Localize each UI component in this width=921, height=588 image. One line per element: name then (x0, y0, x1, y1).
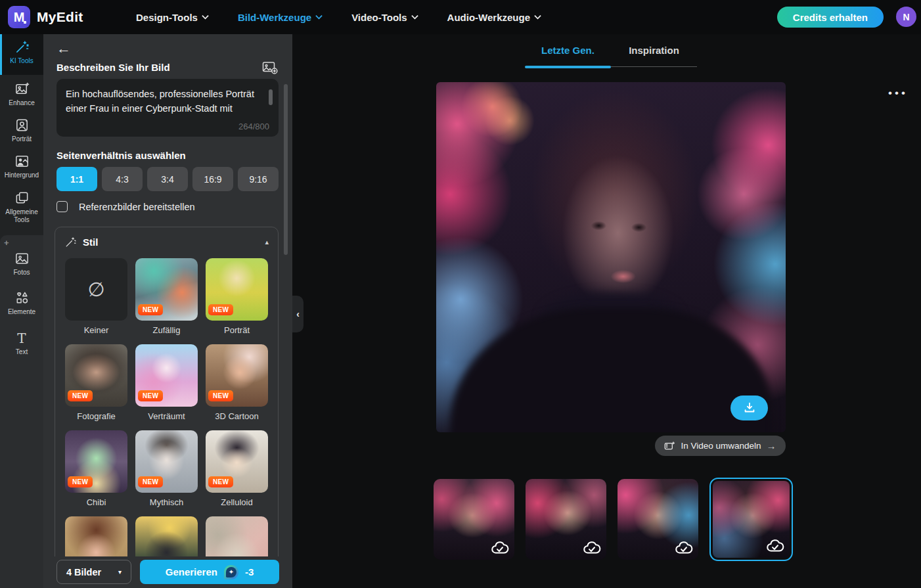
cloud-saved-icon (674, 539, 694, 555)
char-counter: 264/800 (238, 122, 269, 131)
new-badge: NEW (208, 390, 233, 401)
ratio-9-16[interactable]: 9:16 (238, 167, 279, 191)
sidebar-item-portraet[interactable]: Porträt (0, 118, 43, 143)
generation-thumbnail-1[interactable] (434, 479, 514, 560)
main-menu: Design-Tools Bild-Werkzeuge Video-Tools … (136, 0, 541, 34)
app-title: MyEdit (37, 9, 83, 25)
cloud-saved-icon (765, 537, 785, 553)
new-badge: NEW (138, 304, 163, 315)
style-thumbnail: NEW (135, 430, 198, 493)
sidebar-item-fotos[interactable]: Fotos (0, 251, 43, 277)
prompt-input[interactable]: Ein hochauflösendes, professionelles Por… (56, 79, 279, 122)
sidebar-lower-section (0, 235, 43, 588)
style-thumbnail: NEW (65, 430, 127, 493)
generation-thumbnail-4[interactable] (713, 481, 790, 558)
generation-thumbnails (434, 478, 793, 561)
sidebar-item-hintergrund[interactable]: Hintergrund (0, 154, 43, 179)
style-card-mythisch[interactable]: NEW Mythisch (135, 430, 198, 516)
credit-cost: -3 (245, 566, 254, 577)
style-thumbnail: ∅ (65, 258, 127, 321)
generation-thumbnail-4-selected[interactable] (709, 478, 793, 561)
plus-icon[interactable]: + (4, 238, 9, 248)
menu-video-tools[interactable]: Video-Tools (351, 12, 418, 23)
sidebar-item-elemente[interactable]: Elemente (0, 290, 43, 316)
panel-scrollbar[interactable] (284, 84, 288, 255)
chevron-down-icon (202, 14, 209, 20)
image-person-icon (14, 154, 30, 169)
credits-button[interactable]: Credits erhalten (777, 7, 884, 28)
menu-bild-werkzeuge[interactable]: Bild-Werkzeuge (238, 12, 323, 23)
menu-design-tools[interactable]: Design-Tools (136, 12, 209, 23)
arrow-right-icon: → (767, 440, 776, 451)
generated-image-preview (436, 82, 786, 432)
credit-icon: ✦ (224, 565, 238, 579)
style-card-portraet[interactable]: NEW Porträt (206, 258, 268, 344)
top-navbar: M MyEdit Design-Tools Bild-Werkzeuge Vid… (0, 0, 921, 34)
sidebar-item-enhance[interactable]: Enhance (0, 81, 43, 107)
magic-wand-icon (14, 39, 30, 55)
more-options-icon[interactable]: ••• (888, 87, 908, 100)
reference-label: Referenzbilder bereitstellen (79, 202, 195, 212)
text-icon: T (17, 331, 26, 346)
style-thumbnail: NEW (135, 258, 198, 321)
app-logo[interactable]: M MyEdit (8, 6, 83, 28)
sidebar-item-text[interactable]: T Text (0, 331, 43, 356)
ratio-1-1[interactable]: 1:1 (56, 167, 97, 191)
style-card-zufaellig[interactable]: NEW Zufällig (135, 258, 198, 344)
user-avatar[interactable]: N (896, 7, 916, 27)
reference-images-row: Referenzbilder bereitstellen (56, 201, 195, 212)
ratio-4-3[interactable]: 4:3 (102, 167, 143, 191)
back-arrow-icon[interactable]: ← (56, 41, 74, 58)
style-grid: ∅ Keiner NEW Zufällig NEW Porträt NEW Fo… (55, 255, 278, 588)
new-badge: NEW (138, 390, 163, 401)
collapse-arrow-icon[interactable]: ▴ (265, 238, 269, 246)
generator-panel: ← Beschreiben Sie Ihr Bild Ein hochauflö… (43, 34, 292, 588)
ratio-section-label: Seitenverhältnis auswählen (56, 150, 186, 161)
result-tabs: Letzte Gen. Inspiration (525, 39, 697, 67)
image-sparkle-icon (14, 81, 30, 97)
ratio-16-9[interactable]: 16:9 (192, 167, 233, 191)
menu-audio-werkzeuge[interactable]: Audio-Werkzeuge (447, 12, 541, 23)
panel-collapse-handle[interactable]: ‹ (292, 296, 303, 332)
style-card-zelluloid[interactable]: NEW Zelluloid (206, 430, 268, 516)
download-icon (742, 401, 757, 415)
new-badge: NEW (68, 476, 93, 487)
prompt-scrollbar[interactable] (269, 89, 273, 105)
new-badge: NEW (138, 476, 163, 487)
hero-jacket-shape (450, 307, 771, 432)
image-count-select[interactable]: 4 Bilder ▾ (56, 560, 131, 584)
tool-sidebar: + KI Tools Enhance Porträt Hintergrund A… (0, 34, 43, 588)
generate-button[interactable]: Generieren ✦ -3 (140, 560, 279, 584)
cloud-saved-icon (490, 539, 510, 555)
generation-thumbnail-2[interactable] (526, 479, 606, 560)
style-thumbnail: NEW (206, 344, 268, 407)
style-section-header[interactable]: Stil ▴ (55, 227, 278, 255)
style-thumbnail: NEW (135, 344, 198, 407)
sidebar-item-ki-tools[interactable]: KI Tools (0, 39, 43, 65)
none-icon: ∅ (65, 258, 127, 321)
sidebar-item-allgemeine-tools[interactable]: Allgemeine Tools (0, 191, 43, 223)
reference-checkbox[interactable] (56, 201, 68, 212)
style-card-vertraeumt[interactable]: NEW Verträumt (135, 344, 198, 430)
download-button[interactable] (730, 396, 768, 420)
ratio-3-4[interactable]: 3:4 (147, 167, 188, 191)
active-tab-indicator (525, 66, 611, 68)
style-thumbnail: NEW (206, 258, 268, 321)
chevron-down-icon (411, 14, 418, 20)
generation-thumbnail-3[interactable] (618, 479, 698, 560)
style-card-keiner[interactable]: ∅ Keiner (65, 258, 127, 344)
describe-label: Beschreiben Sie Ihr Bild (56, 62, 170, 73)
style-thumbnail: NEW (206, 430, 268, 493)
chevron-down-icon (534, 14, 541, 20)
tab-inspiration[interactable]: Inspiration (611, 39, 697, 67)
style-section: Stil ▴ ∅ Keiner NEW Zufällig NEW Porträt… (55, 227, 279, 588)
new-badge: NEW (68, 390, 93, 401)
style-card-chibi[interactable]: NEW Chibi (65, 430, 127, 516)
image-add-icon[interactable] (262, 60, 278, 75)
style-card-3d-cartoon[interactable]: NEW 3D Cartoon (206, 344, 268, 430)
chevron-down-icon: ▾ (118, 568, 122, 576)
convert-to-video-button[interactable]: In Video umwandeln → (655, 436, 786, 456)
new-badge: NEW (208, 304, 233, 315)
style-card-fotografie[interactable]: NEW Fotografie (65, 344, 127, 430)
tab-letzte-gen[interactable]: Letzte Gen. (525, 39, 611, 67)
